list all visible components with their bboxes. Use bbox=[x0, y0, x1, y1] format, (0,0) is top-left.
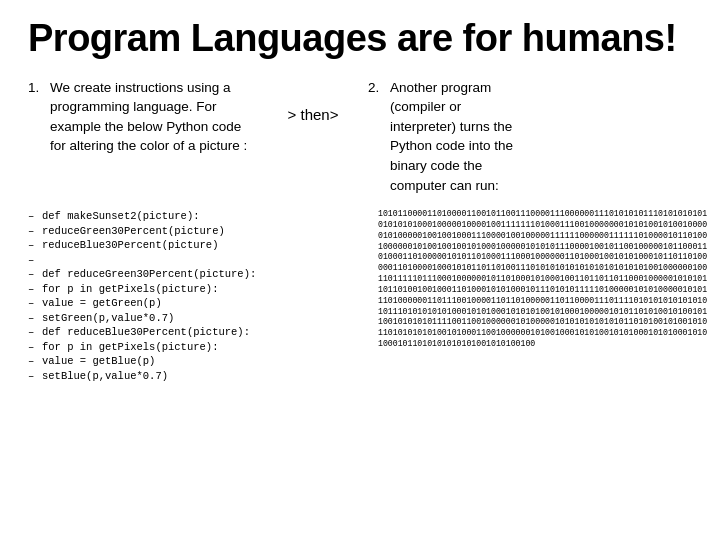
code-line: – for p in getPixels(picture): bbox=[28, 340, 368, 354]
list-text-1: We create instructions using a programmi… bbox=[50, 78, 258, 156]
page-title: Program Languages are for humans! bbox=[28, 18, 692, 60]
middle-column: > then> bbox=[258, 78, 368, 123]
list-item-1: 1. We create instructions using a progra… bbox=[28, 78, 258, 156]
code-line: – reduceBlue30Percent(picture) bbox=[28, 238, 368, 252]
code-line: – value = getGreen(p) bbox=[28, 296, 368, 310]
arrow-label: > then> bbox=[288, 106, 339, 123]
list-item-2: 2. Another program (compiler or interpre… bbox=[368, 78, 608, 195]
binary-block: 1010110000110100001100101100111000011100… bbox=[368, 209, 708, 383]
code-line: – for p in getPixels(picture): bbox=[28, 282, 368, 296]
list-num-1: 1. bbox=[28, 78, 44, 156]
left-column: 1. We create instructions using a progra… bbox=[28, 78, 258, 156]
code-line: – setBlue(p,value*0.7) bbox=[28, 369, 368, 383]
code-line: – setGreen(p,value*0.7) bbox=[28, 311, 368, 325]
code-line: – bbox=[28, 253, 368, 267]
code-line: – value = getBlue(p) bbox=[28, 354, 368, 368]
code-line: – reduceGreen30Percent(picture) bbox=[28, 224, 368, 238]
code-line: –def reduceBlue30Percent(picture): bbox=[28, 325, 368, 339]
code-line: –def makeSunset2(picture): bbox=[28, 209, 368, 223]
list-num-2: 2. bbox=[368, 78, 384, 195]
list-text-2: Another program (compiler or interpreter… bbox=[390, 78, 513, 195]
code-block-left: –def makeSunset2(picture):– reduceGreen3… bbox=[28, 209, 368, 383]
right-column: 2. Another program (compiler or interpre… bbox=[368, 78, 608, 195]
code-line: –def reduceGreen30Percent(picture): bbox=[28, 267, 368, 281]
